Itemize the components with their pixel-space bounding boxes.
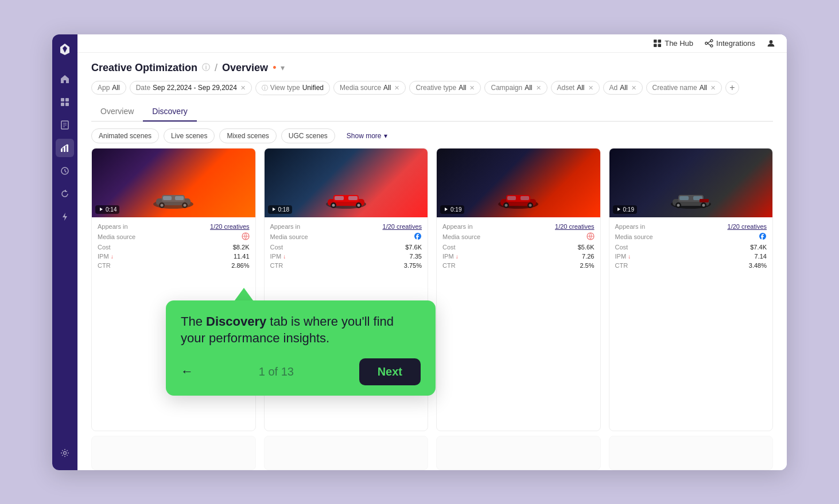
circle-info-icon[interactable]: ⓘ xyxy=(202,62,210,73)
sidebar-item-report[interactable] xyxy=(56,116,74,134)
card-body-3: Appears in 1/20 creatives Media source xyxy=(437,217,600,275)
filter-ad[interactable]: Ad All ✕ xyxy=(603,81,643,95)
svg-point-22 xyxy=(710,45,713,47)
svg-rect-43 xyxy=(335,196,344,200)
svg-point-41 xyxy=(332,204,335,206)
svg-marker-67 xyxy=(617,208,620,211)
card-thumb-1: 0:14 xyxy=(92,149,255,217)
filter-app[interactable]: App All xyxy=(91,81,126,95)
filter-date[interactable]: Date Sep 22,2024 - Sep 29,2024 ✕ xyxy=(130,81,252,95)
card-duration-2: 0:18 xyxy=(268,205,292,214)
svg-rect-10 xyxy=(67,144,68,152)
tooltip-box: The Discovery tab is where you'll find y… xyxy=(166,300,436,396)
filter-media-source-close[interactable]: ✕ xyxy=(394,84,399,92)
svg-marker-35 xyxy=(100,208,103,211)
svg-point-63 xyxy=(702,204,705,206)
filter-campaign[interactable]: Campaign All ✕ xyxy=(484,81,547,95)
svg-rect-54 xyxy=(507,196,516,200)
page-content: Creative Optimization ⓘ / Overview • ▾ A… xyxy=(77,53,787,470)
scene-tab-mixed[interactable]: Mixed scenes xyxy=(219,128,276,143)
svg-marker-14 xyxy=(63,213,67,221)
sidebar-item-analytics[interactable] xyxy=(56,139,74,157)
sidebar-item-refresh[interactable] xyxy=(56,185,74,203)
scene-tab-animated[interactable]: Animated scenes xyxy=(91,128,159,143)
creative-card-3[interactable]: 0:19 Appears in 1/20 creatives Media sou… xyxy=(436,148,601,431)
filter-campaign-close[interactable]: ✕ xyxy=(536,84,541,92)
creative-card-4[interactable]: 0:19 Appears in 1/20 creatives Media sou… xyxy=(609,148,774,431)
tab-overview[interactable]: Overview xyxy=(91,102,143,122)
card-body-2: Appears in 1/20 creatives Media source xyxy=(265,217,428,275)
svg-rect-55 xyxy=(521,196,529,200)
overview-dropdown-icon[interactable]: ▾ xyxy=(281,63,285,72)
svg-rect-16 xyxy=(654,40,657,43)
svg-rect-0 xyxy=(61,98,64,101)
filter-media-source[interactable]: Media source All ✕ xyxy=(333,81,406,95)
card-body-4: Appears in 1/20 creatives Media source xyxy=(609,217,773,275)
filter-creative-name-close[interactable]: ✕ xyxy=(710,84,716,92)
filter-date-close[interactable]: ✕ xyxy=(240,84,246,92)
svg-rect-18 xyxy=(654,44,657,47)
svg-point-31 xyxy=(161,204,164,206)
filter-creative-name[interactable]: Creative name All ✕ xyxy=(646,81,722,95)
tooltip-pointer xyxy=(235,288,253,300)
scene-tab-ugc[interactable]: UGC scenes xyxy=(281,128,335,143)
svg-rect-19 xyxy=(658,44,662,47)
media-source-icon-1 xyxy=(242,232,250,241)
partial-card-2 xyxy=(264,436,429,470)
filter-creative-type-close[interactable]: ✕ xyxy=(469,84,475,92)
svg-rect-34 xyxy=(175,196,184,200)
card-duration-1: 0:14 xyxy=(95,205,119,214)
partial-card-3 xyxy=(436,436,601,470)
svg-rect-66 xyxy=(700,199,709,202)
card-body-1: Appears in 1/20 creatives Media source xyxy=(92,217,255,275)
sidebar-item-clock[interactable] xyxy=(56,162,74,180)
card-thumb-3: 0:19 xyxy=(437,149,600,217)
card-thumb-2: 0:18 xyxy=(265,149,428,217)
svg-line-13 xyxy=(65,171,67,173)
sidebar-item-lightning[interactable] xyxy=(56,208,74,226)
media-source-icon-3 xyxy=(586,232,595,241)
user-avatar[interactable] xyxy=(767,39,775,48)
show-more-button[interactable]: Show more ▾ xyxy=(340,129,394,143)
tooltip-counter: 1 of 13 xyxy=(259,365,294,378)
add-filter-button[interactable]: + xyxy=(725,81,739,95)
svg-point-52 xyxy=(505,204,508,206)
filter-adset[interactable]: Adset All ✕ xyxy=(551,81,600,95)
svg-marker-56 xyxy=(445,208,448,211)
filter-ad-close[interactable]: ✕ xyxy=(631,84,636,92)
sidebar-item-home[interactable] xyxy=(56,70,74,88)
svg-point-25 xyxy=(770,40,773,44)
sidebar-item-grid[interactable] xyxy=(56,93,74,111)
svg-rect-8 xyxy=(61,149,63,152)
filter-creative-type[interactable]: Creative type All ✕ xyxy=(409,81,481,95)
hub-link[interactable]: The Hub xyxy=(653,39,693,48)
sidebar-item-settings[interactable] xyxy=(56,444,74,462)
svg-point-32 xyxy=(184,204,187,206)
svg-line-24 xyxy=(708,43,710,45)
partial-card-1 xyxy=(91,436,256,470)
tab-discovery[interactable]: Discovery xyxy=(143,102,196,122)
tooltip-back-button[interactable]: ← xyxy=(181,364,193,379)
tooltip-footer: ← 1 of 13 Next xyxy=(181,358,421,385)
app-logo[interactable] xyxy=(57,41,73,57)
svg-rect-1 xyxy=(65,98,69,101)
scene-tabs: Animated scenes Live scenes Mixed scenes… xyxy=(91,122,773,148)
filter-view-type[interactable]: ⓘ View type Unified xyxy=(255,81,330,95)
svg-point-15 xyxy=(64,451,67,454)
card-duration-3: 0:19 xyxy=(440,205,464,214)
main-content: The Hub Integrations Creative Optimizati… xyxy=(77,34,787,470)
svg-point-20 xyxy=(705,42,708,44)
card-grid-partial xyxy=(91,436,773,470)
card-thumb-4: 0:19 xyxy=(609,149,773,217)
svg-rect-17 xyxy=(658,40,662,43)
media-source-icon-2 xyxy=(414,232,422,241)
svg-rect-3 xyxy=(65,103,69,106)
svg-rect-33 xyxy=(163,196,172,200)
integrations-link[interactable]: Integrations xyxy=(705,39,755,48)
svg-line-23 xyxy=(708,41,710,43)
scene-tab-live[interactable]: Live scenes xyxy=(164,128,215,143)
svg-rect-44 xyxy=(348,196,358,200)
filter-adset-close[interactable]: ✕ xyxy=(588,84,593,92)
partial-card-4 xyxy=(609,436,774,470)
tooltip-next-button[interactable]: Next xyxy=(359,358,421,385)
